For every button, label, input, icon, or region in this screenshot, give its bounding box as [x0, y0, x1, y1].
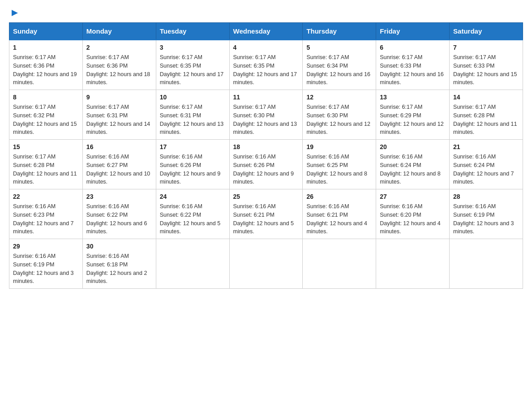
daylight-info: Daylight: 12 hours and 4 minutes. — [306, 219, 372, 236]
sunset-info: Sunset: 6:19 PM — [453, 211, 519, 219]
day-number: 6 — [380, 43, 446, 52]
calendar-cell: 22Sunrise: 6:16 AMSunset: 6:23 PMDayligh… — [9, 189, 83, 239]
sunrise-info: Sunrise: 6:16 AM — [86, 252, 152, 261]
calendar-header-row: SundayMondayTuesdayWednesdayThursdayFrid… — [9, 23, 523, 40]
calendar-cell: 6Sunrise: 6:17 AMSunset: 6:33 PMDaylight… — [376, 40, 450, 90]
sunset-info: Sunset: 6:28 PM — [13, 161, 79, 170]
sunset-info: Sunset: 6:29 PM — [380, 111, 446, 120]
daylight-info: Daylight: 12 hours and 10 minutes. — [86, 170, 152, 187]
calendar-cell — [303, 239, 376, 289]
day-header-saturday: Saturday — [450, 23, 523, 40]
calendar-table: SundayMondayTuesdayWednesdayThursdayFrid… — [9, 22, 523, 289]
sunset-info: Sunset: 6:30 PM — [306, 111, 372, 120]
sunrise-info: Sunrise: 6:16 AM — [233, 153, 299, 161]
daylight-info: Daylight: 12 hours and 18 minutes. — [86, 70, 152, 87]
daylight-info: Daylight: 12 hours and 12 minutes. — [306, 120, 372, 137]
sunset-info: Sunset: 6:26 PM — [233, 161, 299, 170]
calendar-cell: 16Sunrise: 6:16 AMSunset: 6:27 PMDayligh… — [82, 140, 156, 189]
logo-arrow-icon — [10, 8, 20, 18]
daylight-info: Daylight: 12 hours and 7 minutes. — [453, 170, 519, 187]
daylight-info: Daylight: 12 hours and 15 minutes. — [13, 120, 79, 137]
sunrise-info: Sunrise: 6:17 AM — [160, 53, 226, 62]
day-number: 24 — [160, 192, 226, 201]
calendar-cell: 4Sunrise: 6:17 AMSunset: 6:35 PMDaylight… — [229, 40, 303, 90]
sunrise-info: Sunrise: 6:17 AM — [86, 53, 152, 62]
sunrise-info: Sunrise: 6:16 AM — [13, 252, 79, 261]
sunrise-info: Sunrise: 6:17 AM — [86, 103, 152, 111]
daylight-info: Daylight: 12 hours and 7 minutes. — [13, 219, 79, 236]
day-number: 17 — [160, 142, 226, 152]
daylight-info: Daylight: 12 hours and 14 minutes. — [86, 120, 152, 137]
sunrise-info: Sunrise: 6:17 AM — [233, 53, 299, 62]
calendar-cell: 13Sunrise: 6:17 AMSunset: 6:29 PMDayligh… — [376, 90, 450, 140]
day-number: 23 — [86, 192, 152, 201]
sunrise-info: Sunrise: 6:16 AM — [160, 153, 226, 161]
daylight-info: Daylight: 12 hours and 8 minutes. — [380, 170, 446, 187]
sunset-info: Sunset: 6:30 PM — [233, 111, 299, 120]
day-number: 8 — [13, 93, 79, 102]
sunrise-info: Sunrise: 6:16 AM — [380, 202, 446, 211]
sunrise-info: Sunrise: 6:17 AM — [13, 153, 79, 161]
daylight-info: Daylight: 12 hours and 15 minutes. — [453, 70, 519, 87]
day-number: 15 — [13, 142, 79, 152]
sunrise-info: Sunrise: 6:17 AM — [306, 53, 372, 62]
daylight-info: Daylight: 12 hours and 6 minutes. — [86, 219, 152, 236]
sunrise-info: Sunrise: 6:16 AM — [233, 202, 299, 211]
sunrise-info: Sunrise: 6:16 AM — [86, 202, 152, 211]
sunrise-info: Sunrise: 6:17 AM — [233, 103, 299, 111]
day-number: 13 — [380, 93, 446, 102]
day-header-friday: Friday — [376, 23, 450, 40]
sunrise-info: Sunrise: 6:16 AM — [453, 153, 519, 161]
calendar-cell: 15Sunrise: 6:17 AMSunset: 6:28 PMDayligh… — [9, 140, 83, 189]
sunrise-info: Sunrise: 6:16 AM — [306, 202, 372, 211]
day-number: 3 — [160, 43, 226, 52]
calendar-cell: 25Sunrise: 6:16 AMSunset: 6:21 PMDayligh… — [229, 189, 303, 239]
sunset-info: Sunset: 6:24 PM — [453, 161, 519, 170]
sunrise-info: Sunrise: 6:16 AM — [306, 153, 372, 161]
day-number: 14 — [453, 93, 519, 102]
sunset-info: Sunset: 6:35 PM — [160, 62, 226, 70]
day-header-thursday: Thursday — [303, 23, 376, 40]
day-number: 21 — [453, 142, 519, 152]
sunset-info: Sunset: 6:18 PM — [86, 261, 152, 269]
daylight-info: Daylight: 12 hours and 4 minutes. — [380, 219, 446, 236]
sunset-info: Sunset: 6:36 PM — [13, 62, 79, 70]
daylight-info: Daylight: 12 hours and 17 minutes. — [160, 70, 226, 87]
sunset-info: Sunset: 6:21 PM — [233, 211, 299, 219]
calendar-cell: 23Sunrise: 6:16 AMSunset: 6:22 PMDayligh… — [82, 189, 156, 239]
day-number: 30 — [86, 242, 152, 251]
day-number: 5 — [306, 43, 372, 52]
calendar-cell: 27Sunrise: 6:16 AMSunset: 6:20 PMDayligh… — [376, 189, 450, 239]
calendar-cell: 2Sunrise: 6:17 AMSunset: 6:36 PMDaylight… — [82, 40, 156, 90]
day-number: 25 — [233, 192, 299, 201]
day-number: 4 — [233, 43, 299, 52]
daylight-info: Daylight: 12 hours and 12 minutes. — [380, 120, 446, 137]
sunrise-info: Sunrise: 6:16 AM — [160, 202, 226, 211]
sunrise-info: Sunrise: 6:17 AM — [380, 53, 446, 62]
day-number: 20 — [380, 142, 446, 152]
daylight-info: Daylight: 12 hours and 3 minutes. — [13, 269, 79, 286]
day-number: 11 — [233, 93, 299, 102]
sunrise-info: Sunrise: 6:16 AM — [453, 202, 519, 211]
calendar-cell: 28Sunrise: 6:16 AMSunset: 6:19 PMDayligh… — [450, 189, 523, 239]
logo — [9, 9, 20, 18]
sunset-info: Sunset: 6:23 PM — [13, 211, 79, 219]
calendar-week-row: 15Sunrise: 6:17 AMSunset: 6:28 PMDayligh… — [9, 140, 523, 189]
calendar-cell: 8Sunrise: 6:17 AMSunset: 6:32 PMDaylight… — [9, 90, 83, 140]
sunset-info: Sunset: 6:24 PM — [380, 161, 446, 170]
calendar-week-row: 22Sunrise: 6:16 AMSunset: 6:23 PMDayligh… — [9, 189, 523, 239]
sunset-info: Sunset: 6:27 PM — [86, 161, 152, 170]
daylight-info: Daylight: 12 hours and 5 minutes. — [160, 219, 226, 236]
calendar-cell — [156, 239, 229, 289]
day-number: 19 — [306, 142, 372, 152]
sunset-info: Sunset: 6:26 PM — [160, 161, 226, 170]
calendar-cell — [450, 239, 523, 289]
sunrise-info: Sunrise: 6:17 AM — [306, 103, 372, 111]
day-number: 28 — [453, 192, 519, 201]
sunset-info: Sunset: 6:19 PM — [13, 261, 79, 269]
daylight-info: Daylight: 12 hours and 8 minutes. — [306, 170, 372, 187]
calendar-cell: 9Sunrise: 6:17 AMSunset: 6:31 PMDaylight… — [82, 90, 156, 140]
daylight-info: Daylight: 12 hours and 2 minutes. — [86, 269, 152, 286]
calendar-cell — [229, 239, 303, 289]
calendar-cell: 26Sunrise: 6:16 AMSunset: 6:21 PMDayligh… — [303, 189, 376, 239]
